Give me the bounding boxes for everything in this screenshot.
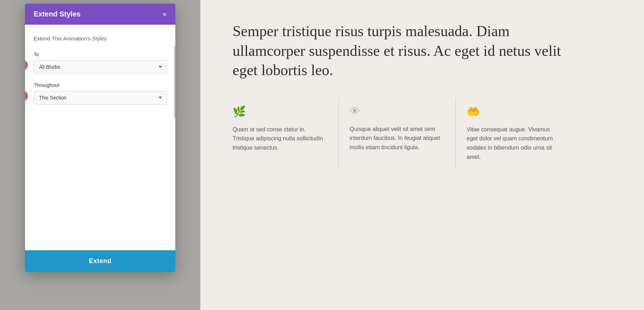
blurb-3-icon: 🤲 — [467, 105, 558, 118]
blurb-1-icon: 🌿 — [233, 105, 324, 118]
modal-close-button[interactable]: × — [162, 11, 167, 18]
blurbs-row: 🌿 Quam at sed conse ctetur in. Tristique… — [233, 98, 572, 169]
blurb-2-icon: 👁 — [350, 105, 441, 117]
blurb-3: 🤲 Vitae consequat augue. Vivamus eget do… — [455, 98, 572, 169]
modal-subtitle: Extend This Animation's Styles — [34, 35, 167, 42]
step-1-badge: 1 — [25, 60, 28, 70]
step-2-badge: 2 — [25, 91, 28, 101]
to-label: To — [34, 52, 167, 57]
blurb-1-text: Quam at sed conse ctetur in. Tristique a… — [233, 125, 324, 152]
blurb-2-text: Quisque aliquet velit sit amet sem inter… — [350, 125, 441, 152]
form-group-throughout: 2 Throughout This Section This Page Enti… — [34, 82, 167, 105]
blurb-1: 🌿 Quam at sed conse ctetur in. Tristique… — [233, 98, 338, 169]
extend-button[interactable]: Extend — [25, 250, 175, 272]
blurb-3-text: Vitae consequat augue. Vivamus eget dolo… — [467, 125, 558, 161]
modal-title: Extend Styles — [34, 10, 80, 18]
blurb-2: 👁 Quisque aliquet velit sit amet sem int… — [338, 98, 455, 169]
to-select[interactable]: All Blurbs This Blurb All Modules — [34, 60, 167, 74]
modal-scrollbar[interactable] — [174, 46, 175, 118]
throughout-label: Throughout — [34, 82, 167, 88]
throughout-select[interactable]: This Section This Page Entire Site — [34, 91, 167, 105]
form-group-to: 1 To All Blurbs This Blurb All Modules — [34, 52, 167, 74]
modal-overlay: Extend Styles × Extend This Animation's … — [0, 0, 200, 310]
background-heading: Semper tristique risus turpis malesuada.… — [233, 21, 572, 80]
modal-body: Extend This Animation's Styles 1 To All … — [25, 25, 175, 250]
modal-header: Extend Styles × — [25, 4, 175, 25]
modal-footer: Extend — [25, 250, 175, 272]
extend-styles-modal: Extend Styles × Extend This Animation's … — [25, 4, 175, 272]
